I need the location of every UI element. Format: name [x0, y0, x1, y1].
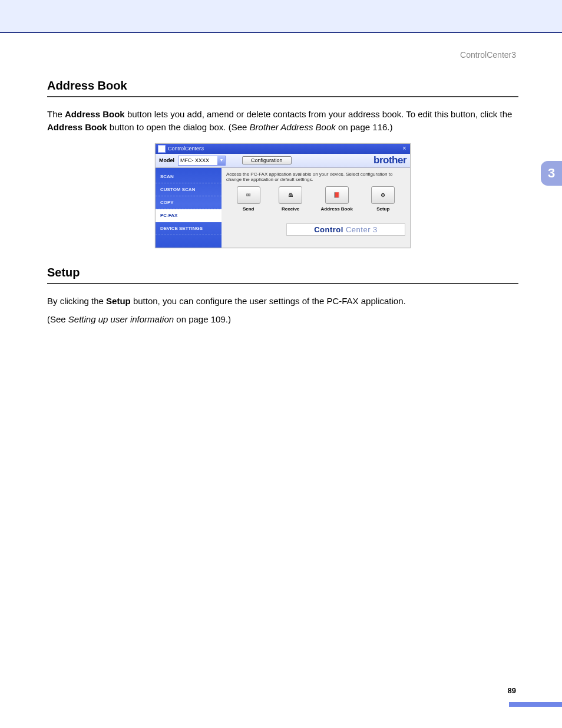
text: The	[47, 109, 65, 119]
icon-row: ✉ Send 🖶 Receive 📕 Address Book ⚙	[222, 184, 410, 212]
toolbar: Model MFC- XXXX ▾ Configuration brother	[156, 154, 410, 168]
italic-text: Brother Address Book	[250, 122, 336, 132]
window-title: ControlCenter3	[168, 146, 401, 151]
close-icon[interactable]: ×	[401, 146, 408, 152]
envelope-icon: ✉	[246, 192, 251, 198]
model-value: MFC- XXXX	[180, 157, 209, 163]
sidebar-item-copy[interactable]: COPY	[156, 196, 222, 209]
screenshot-controlcenter3: ControlCenter3 × Model MFC- XXXX ▾ Confi…	[155, 143, 411, 248]
address-book-paragraph: The Address Book button lets you add, am…	[47, 108, 518, 134]
receive-label: Receive	[282, 206, 299, 212]
text: button lets you add, amend or delete con…	[125, 109, 513, 119]
address-book-label: Address Book	[321, 206, 353, 212]
setup-paragraph-2: (See Setting up user information on page…	[47, 313, 518, 326]
section-title-address-book: Address Book	[47, 79, 518, 93]
send-button[interactable]: ✉ Send	[237, 186, 260, 212]
printer-icon: 🖶	[288, 192, 293, 198]
logo-light: Center 3	[343, 225, 378, 234]
text: button, you can configure the user setti…	[131, 296, 406, 306]
setup-label: Setup	[376, 206, 389, 212]
text: on page 116.)	[336, 122, 393, 132]
text: (See	[47, 314, 68, 324]
sidebar-item-custom-scan[interactable]: CUSTOM SCAN	[156, 183, 222, 196]
chapter-tab: 3	[541, 161, 562, 186]
chevron-down-icon: ▾	[217, 156, 225, 165]
sidebar-item-pc-fax[interactable]: PC-FAX	[156, 209, 222, 222]
window-icon	[158, 145, 166, 153]
controlcenter-logo: Control Center 3	[286, 223, 405, 236]
setup-button[interactable]: ⚙ Setup	[371, 186, 395, 212]
sidebar: SCAN CUSTOM SCAN COPY PC-FAX DEVICE SETT…	[156, 168, 222, 248]
running-header: ControlCenter3	[460, 50, 516, 60]
sidebar-item-scan[interactable]: SCAN	[156, 170, 222, 183]
gear-icon: ⚙	[381, 192, 385, 198]
book-icon: 📕	[333, 192, 340, 198]
receive-button[interactable]: 🖶 Receive	[279, 186, 302, 212]
section-title-setup: Setup	[47, 266, 518, 279]
top-band	[0, 0, 562, 33]
send-label: Send	[243, 206, 254, 212]
sidebar-item-device-settings[interactable]: DEVICE SETTINGS	[156, 222, 222, 235]
text: By clicking the	[47, 296, 106, 306]
model-label: Model	[159, 157, 174, 163]
text: on page 109.)	[174, 314, 231, 324]
address-book-button[interactable]: 📕 Address Book	[321, 186, 353, 212]
section-rule	[47, 96, 518, 97]
setup-paragraph-1: By clicking the Setup button, you can co…	[47, 295, 518, 308]
bold-text: Setup	[106, 296, 131, 306]
bold-text: Address Book	[65, 109, 125, 119]
logo-bold: Control	[314, 225, 343, 234]
section-rule	[47, 283, 518, 284]
bottom-strip	[0, 702, 562, 707]
text: button to open the dialog box. (See	[107, 122, 250, 132]
configuration-button[interactable]: Configuration	[242, 156, 292, 164]
model-select[interactable]: MFC- XXXX ▾	[178, 156, 226, 166]
main-area: Access the PC-FAX application available …	[222, 168, 410, 248]
page-number: 89	[508, 686, 516, 695]
bottom-strip-accent	[509, 702, 562, 707]
pcfax-description: Access the PC-FAX application available …	[222, 168, 410, 184]
brand-logo: brother	[373, 154, 406, 166]
bold-text: Address Book	[47, 122, 107, 132]
window-titlebar: ControlCenter3 ×	[156, 144, 410, 154]
italic-text: Setting up user information	[68, 314, 174, 324]
